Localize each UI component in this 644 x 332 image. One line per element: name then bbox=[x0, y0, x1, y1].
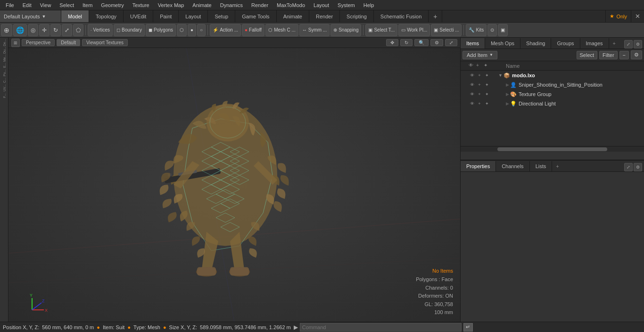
menu-file[interactable]: File bbox=[2, 1, 18, 9]
viewport-move-icon[interactable]: ✥ bbox=[386, 39, 398, 46]
eye-icon-3[interactable]: 👁 bbox=[469, 91, 475, 97]
toolbar-snapping[interactable]: ⊕Snapping bbox=[330, 24, 361, 36]
render-icon[interactable]: ✦ bbox=[484, 72, 490, 79]
scroll-thumb[interactable] bbox=[497, 147, 607, 151]
tab-animate[interactable]: Animate bbox=[277, 10, 309, 22]
toolbar-mesh[interactable]: ⬡Mesh C ... bbox=[265, 24, 298, 36]
toolbar-globe[interactable]: 🌐 bbox=[13, 24, 27, 36]
tab-properties[interactable]: Properties bbox=[461, 161, 496, 171]
props-expand-btn[interactable]: ⤢ bbox=[624, 163, 633, 171]
menu-geometry[interactable]: Geometry bbox=[97, 1, 127, 9]
select-button[interactable]: Select bbox=[577, 51, 598, 59]
viewport-expand-icon[interactable]: ⤢ bbox=[445, 39, 457, 46]
toolbar-rotate[interactable]: ↻ bbox=[50, 24, 61, 36]
panel-settings-btn[interactable]: ⚙ bbox=[634, 40, 642, 49]
layout-add-tab[interactable]: + bbox=[429, 10, 442, 22]
eye-icon-2[interactable]: 👁 bbox=[469, 81, 475, 88]
layout-dropdown[interactable]: Default Layouts ▼ bbox=[0, 10, 61, 22]
plus-icon-3[interactable]: + bbox=[476, 91, 483, 97]
sidebar-btn-f[interactable]: F... bbox=[0, 92, 8, 99]
toolbar-workplane[interactable]: ▭Work Pl... bbox=[398, 24, 430, 36]
viewport-type-btn[interactable]: Perspective bbox=[22, 39, 55, 46]
viewport-rotate-icon[interactable]: ↻ bbox=[400, 39, 413, 46]
menu-maxtomodo[interactable]: MaxToModo bbox=[273, 1, 309, 9]
command-run-button[interactable]: ↵ bbox=[463, 323, 473, 332]
toolbar-move[interactable]: ✛ bbox=[39, 24, 50, 36]
menu-edit[interactable]: Edit bbox=[19, 1, 35, 9]
toolbar-sym[interactable]: ↔Symm ... bbox=[299, 24, 330, 36]
toolbar-kits[interactable]: 🔧Kits bbox=[466, 24, 487, 36]
expand-arrow-icon[interactable]: ▼ bbox=[498, 73, 503, 78]
sidebar-btn-pol[interactable]: Po... bbox=[0, 70, 8, 76]
tab-items[interactable]: Items bbox=[461, 38, 485, 49]
items-scrollbar[interactable] bbox=[461, 146, 644, 152]
render-icon-2[interactable]: ✦ bbox=[484, 81, 490, 88]
toolbar-icon2[interactable]: ▣ bbox=[498, 24, 508, 36]
items-settings-btn[interactable]: ⚙ bbox=[631, 50, 642, 59]
tab-lists[interactable]: Lists bbox=[530, 161, 553, 171]
tab-scripting[interactable]: Scripting bbox=[340, 10, 374, 22]
tab-paint[interactable]: Paint bbox=[153, 10, 179, 22]
menu-vertexmap[interactable]: Vertex Map bbox=[154, 1, 188, 9]
plus-icon[interactable]: + bbox=[476, 72, 483, 79]
menu-system[interactable]: System bbox=[334, 1, 359, 9]
sidebar-btn-c[interactable]: C... bbox=[0, 77, 8, 84]
tab-render[interactable]: Render bbox=[309, 10, 340, 22]
sidebar-btn-dup[interactable]: Du... bbox=[0, 47, 8, 54]
add-item-button[interactable]: Add Item ▼ bbox=[462, 51, 497, 59]
item-root[interactable]: 👁 + ✦ ▼ 📦 modo.lxo bbox=[461, 71, 644, 80]
item-texture[interactable]: 👁 + ✦ ▶ 🎨 Texture Group bbox=[461, 89, 644, 99]
plus-icon-4[interactable]: + bbox=[476, 100, 483, 107]
render-icon-3[interactable]: ✦ bbox=[484, 91, 490, 97]
sidebar-btn-uv[interactable]: UV... bbox=[0, 85, 8, 91]
viewport-canvas[interactable]: X Y Z No Items Polygons : Face Channels:… bbox=[8, 48, 460, 322]
menu-animate[interactable]: Animate bbox=[189, 1, 215, 9]
tab-layout[interactable]: Layout bbox=[179, 10, 208, 22]
viewport-shading-btn[interactable]: Default bbox=[57, 39, 80, 46]
plus-icon-2[interactable]: + bbox=[476, 81, 483, 88]
props-settings-btn[interactable]: ⚙ bbox=[634, 163, 642, 171]
panel-expand-btn[interactable]: ⤢ bbox=[624, 40, 633, 49]
props-add-tab[interactable]: + bbox=[552, 161, 562, 171]
sidebar-btn-mes[interactable]: Me... bbox=[0, 55, 8, 61]
toolbar-vertices[interactable]: ·Vertices bbox=[88, 24, 113, 36]
sidebar-btn-de[interactable]: De... bbox=[0, 40, 8, 46]
menu-layout[interactable]: Layout bbox=[310, 1, 333, 9]
viewport-3d[interactable]: X Y Z No Items Polygons : Face Channels:… bbox=[8, 48, 460, 322]
menu-help[interactable]: Help bbox=[360, 1, 378, 9]
viewport-corner-btn[interactable]: ⊞ bbox=[11, 39, 20, 47]
eye-icon-4[interactable]: 👁 bbox=[469, 100, 475, 107]
toolbar-selectt[interactable]: ▣Select T... bbox=[365, 24, 397, 36]
menu-item[interactable]: Item bbox=[79, 1, 96, 9]
command-input[interactable] bbox=[300, 323, 462, 332]
toolbar-transform[interactable]: ⊕ bbox=[1, 24, 12, 36]
tab-shading[interactable]: Shading bbox=[520, 38, 551, 49]
layout-close[interactable]: ✕ bbox=[631, 10, 644, 22]
sidebar-btn-e[interactable]: E... bbox=[0, 62, 8, 69]
items-minus-btn[interactable]: − bbox=[619, 51, 629, 59]
toolbar-falloff[interactable]: ●Falloff bbox=[242, 24, 264, 36]
toolbar-pentagon[interactable]: ⬠ bbox=[73, 24, 83, 36]
toolbar-boundary[interactable]: ◻Boundary bbox=[114, 24, 145, 36]
toolbar-scale[interactable]: ⤢ bbox=[62, 24, 72, 36]
item-sniper[interactable]: 👁 + ✦ ▶ 👤 Sniper_Shooting_in_Sitting_Pos… bbox=[461, 80, 644, 89]
tab-schematicfusion[interactable]: Schematic Fusion bbox=[374, 10, 429, 22]
tab-mesh-ops[interactable]: Mesh Ops bbox=[485, 38, 520, 49]
toolbar-action[interactable]: ⚡Action ... bbox=[210, 24, 241, 36]
tab-topology[interactable]: Topology bbox=[89, 10, 124, 22]
filter-button[interactable]: Filter bbox=[599, 51, 617, 59]
toolbar-ring[interactable]: ○ bbox=[197, 24, 206, 36]
items-add-tab[interactable]: + bbox=[609, 38, 619, 49]
items-list[interactable]: 👁 + ✦ ▼ 📦 modo.lxo 👁 + ✦ bbox=[461, 71, 644, 146]
toolbar-selection[interactable]: ▣Selecti ... bbox=[431, 24, 462, 36]
toolbar-icon1[interactable]: ⊙ bbox=[487, 24, 497, 36]
menu-select[interactable]: Select bbox=[56, 1, 78, 9]
viewport-zoom-icon[interactable]: 🔍 bbox=[414, 39, 429, 46]
render-icon-4[interactable]: ✦ bbox=[484, 100, 490, 107]
toolbar-hex[interactable]: ⬡ bbox=[177, 24, 187, 36]
toolbar-lasso[interactable]: ◎ bbox=[28, 24, 38, 36]
tab-setup[interactable]: Setup bbox=[208, 10, 235, 22]
tab-gametools[interactable]: Game Tools bbox=[235, 10, 277, 22]
menu-view[interactable]: View bbox=[36, 1, 55, 9]
toolbar-circle[interactable]: ● bbox=[188, 24, 196, 36]
